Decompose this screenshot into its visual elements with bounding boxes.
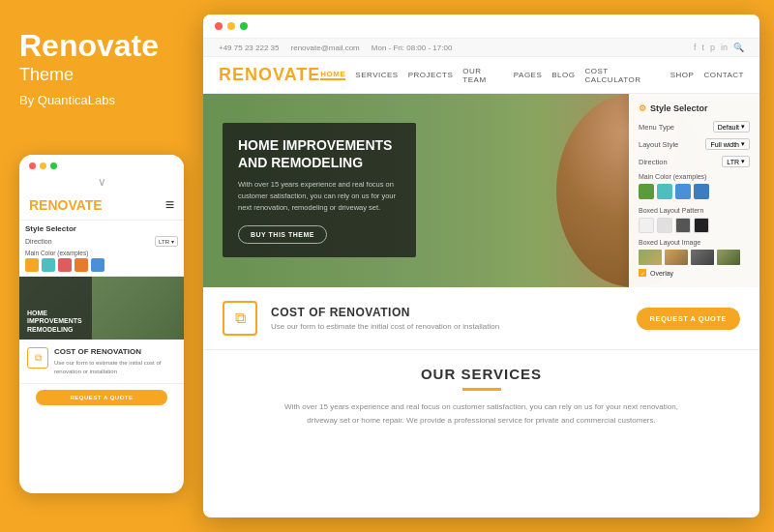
brand-title: Renovate	[19, 29, 194, 63]
desktop-dot-red	[215, 22, 223, 30]
ss-menu-type-select[interactable]: Default ▾	[713, 121, 750, 133]
site-hero: ⚙ Style Selector Menu Type Default ▾ Lay…	[203, 94, 759, 287]
ss-image-3[interactable]	[691, 250, 714, 265]
hero-cta-button[interactable]: BUY THIS THEME	[238, 225, 327, 244]
ss-colors-label: Main Color (examples)	[639, 173, 750, 180]
ss-direction-row: Direction LTR ▾	[639, 156, 750, 167]
nav-pages[interactable]: PAGES	[514, 71, 542, 79]
hero-content: HOME IMPROVEMENTS AND REMODELING With ov…	[223, 123, 416, 257]
mobile-top-bar	[19, 155, 184, 173]
ss-overlay-label: Overlay	[650, 270, 673, 277]
social-facebook[interactable]: f	[694, 43, 697, 52]
style-selector-panel: ⚙ Style Selector Menu Type Default ▾ Lay…	[629, 94, 759, 287]
ss-overlay-row: ✓ Overlay	[639, 269, 750, 277]
nav-home[interactable]: HOME	[320, 70, 345, 80]
ss-boxed-pattern-label: Boxed Layout Pattern	[639, 207, 750, 214]
site-top-bar: +49 75 23 222 35 renovate@mail.com Mon -…	[203, 39, 759, 57]
mobile-header: RENOVATE ≡	[19, 191, 184, 221]
search-icon[interactable]: 🔍	[733, 43, 744, 52]
mobile-color-swatch-yellow[interactable]	[25, 258, 39, 272]
mobile-color-swatch-orange[interactable]	[74, 258, 88, 272]
nav-projects[interactable]: PROJECTS	[408, 71, 454, 79]
social-pinterest[interactable]: p	[710, 43, 715, 52]
ss-menu-type-label: Menu Type	[639, 123, 674, 132]
ss-image-1[interactable]	[639, 250, 662, 265]
cost-title: COST OF RENOVATION	[271, 306, 623, 319]
ss-image-2[interactable]	[665, 250, 688, 265]
cost-request-btn[interactable]: REQUEST A QUOTE	[637, 308, 740, 330]
ss-pattern-2[interactable]	[657, 218, 672, 233]
ss-panel-title: ⚙ Style Selector	[639, 103, 750, 113]
ss-pattern-3[interactable]	[675, 218, 691, 233]
mobile-color-swatch-red[interactable]	[58, 258, 72, 272]
services-title: OUR SERVICES	[223, 366, 740, 382]
email-text: renovate@mail.com	[291, 44, 360, 52]
nav-contact[interactable]: CONTACT	[703, 71, 744, 79]
ss-images	[639, 250, 750, 265]
ss-layout-select[interactable]: Full width ▾	[705, 138, 750, 150]
hours-text: Mon - Fri: 08:00 - 17:00	[372, 44, 453, 52]
services-desc: With over 15 years experience and real f…	[279, 400, 685, 427]
mobile-request-btn[interactable]: REQUEST A QUOTE	[36, 390, 167, 405]
ss-layout-style-row: Layout Style Full width ▾	[639, 138, 750, 150]
desktop-top-bar	[203, 15, 759, 39]
services-underline	[462, 388, 501, 391]
services-section: OUR SERVICES With over 15 years experien…	[203, 350, 759, 442]
mobile-mockup: ∨ RENOVATE ≡ Style Selector Direction LT…	[19, 155, 184, 493]
social-instagram[interactable]: in	[721, 43, 728, 52]
ss-colors	[639, 184, 750, 199]
ss-color-teal[interactable]	[657, 184, 672, 199]
nav-our-team[interactable]: OUR TEAM	[462, 67, 503, 84]
brand-by: By QuanticaLabs	[19, 93, 194, 107]
nav-shop[interactable]: SHOP	[670, 71, 695, 79]
mobile-logo: RENOVATE	[29, 197, 103, 213]
brand-subtitle: Theme	[19, 63, 194, 87]
desktop-dot-yellow	[227, 22, 235, 30]
site-top-right: f t p in 🔍	[694, 43, 744, 52]
cost-icon: ⧉	[223, 301, 257, 336]
mobile-color-swatch-blue[interactable]	[91, 258, 104, 272]
nav-blog[interactable]: BLOG	[551, 71, 575, 79]
ss-overlay-checkbox[interactable]: ✓	[639, 269, 646, 277]
ss-layout-label: Layout Style	[639, 140, 678, 149]
mobile-chevron: ∨	[19, 173, 184, 191]
mobile-color-label: Main Color (examples)	[25, 250, 178, 256]
mobile-cost-desc: Use our form to estimate the initial cos…	[54, 359, 176, 375]
site-logo: RENOVATE	[219, 65, 320, 85]
mobile-direction-select[interactable]: LTR ▾	[155, 236, 178, 247]
cost-section: ⧉ COST OF RENOVATION Use our form to est…	[203, 287, 759, 350]
ss-image-4[interactable]	[717, 250, 740, 265]
ss-patterns	[639, 218, 750, 233]
ss-color-green[interactable]	[639, 184, 654, 199]
cost-desc: Use our form to estimate the initial cos…	[271, 322, 623, 331]
mobile-dot-green	[50, 163, 57, 169]
ss-direction-label: Direction	[639, 158, 668, 166]
ss-pattern-4[interactable]	[694, 218, 709, 233]
cost-text: COST OF RENOVATION Use our form to estim…	[271, 306, 623, 331]
ss-color-blue[interactable]	[675, 184, 691, 199]
nav-cost-calc[interactable]: COST CALCULATOR	[585, 67, 661, 84]
nav-services[interactable]: SERVICES	[355, 71, 398, 79]
mobile-color-swatch-teal[interactable]	[42, 258, 55, 272]
social-twitter[interactable]: t	[701, 43, 704, 52]
mobile-direction-label: Direction	[25, 238, 52, 245]
ss-color-darkblue[interactable]	[694, 184, 709, 199]
mobile-hamburger-icon[interactable]: ≡	[165, 196, 174, 214]
phone-text: +49 75 23 222 35	[219, 44, 280, 52]
site-top-left: +49 75 23 222 35 renovate@mail.com Mon -…	[219, 44, 452, 52]
mobile-cost-icon: ⧉	[27, 347, 48, 369]
ss-menu-type-row: Menu Type Default ▾	[639, 121, 750, 133]
mobile-cost-content: COST OF RENOVATION Use our form to estim…	[54, 347, 176, 375]
hero-title: HOME IMPROVEMENTS AND REMODELING	[238, 136, 401, 171]
mobile-direction-row: Direction LTR ▾	[25, 236, 178, 247]
left-panel: Renovate Theme By QuanticaLabs	[19, 29, 194, 107]
hero-desc: With over 15 years experience and real f…	[238, 179, 401, 214]
mobile-hero: HOME IMPROVEMENTS REMODELING	[19, 277, 184, 340]
site-nav: RENOVATE HOME SERVICES PROJECTS OUR TEAM…	[203, 57, 759, 94]
ss-pattern-1[interactable]	[639, 218, 654, 233]
desktop-dot-green	[240, 22, 248, 30]
ss-direction-select[interactable]: LTR ▾	[722, 156, 750, 167]
mobile-style-selector: Style Selector Direction LTR ▾ Main Colo…	[19, 221, 184, 277]
ss-boxed-image-label: Boxed Layout Image	[639, 239, 750, 246]
desktop-mockup: +49 75 23 222 35 renovate@mail.com Mon -…	[203, 15, 759, 517]
